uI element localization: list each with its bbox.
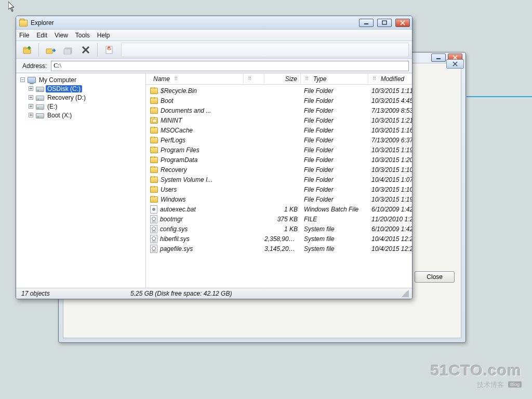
tree-root-label[interactable]: My Computer <box>37 76 78 84</box>
bg-minimize-button[interactable] <box>431 54 446 62</box>
file-name: hiberfil.sys <box>160 235 190 243</box>
file-modified: 10/3/2015 1:10 AM <box>368 166 412 174</box>
floating-close-button[interactable] <box>446 59 464 69</box>
tree-item[interactable]: OSDisk (C:) <box>17 84 144 93</box>
folder-icon <box>150 196 158 203</box>
tree-item-label[interactable]: (E:) <box>46 103 59 110</box>
tree-item-label[interactable]: Recovery (D:) <box>46 94 87 101</box>
list-item[interactable]: Program FilesFile Folder10/3/2015 1:19 A… <box>150 145 412 155</box>
explorer-window: Explorer File Edit View Tools Help <box>16 16 413 299</box>
folder-icon <box>150 108 158 114</box>
file-type: Windows Batch File <box>301 206 368 213</box>
address-input[interactable] <box>51 61 409 71</box>
file-name: config.sys <box>160 225 188 233</box>
properties-icon <box>104 45 114 55</box>
file-name: Boot <box>161 97 174 104</box>
header-type[interactable]: ⠿ Type <box>301 73 368 84</box>
list-item[interactable]: ProgramDataFile Folder10/3/2015 1:20 AM <box>150 155 412 165</box>
list-item[interactable]: autoexec.bat1 KBWindows Batch File6/10/2… <box>150 204 412 214</box>
minimize-button[interactable] <box>359 19 374 27</box>
file-type: File Folder <box>301 127 368 134</box>
file-name: PerfLogs <box>161 137 185 144</box>
file-modified: 10/4/2015 1:07 AM <box>368 176 412 183</box>
header-modified[interactable]: ⠿ Modified <box>368 73 412 84</box>
menubar: File Edit View Tools Help <box>16 30 412 41</box>
file-list[interactable]: Name ⠿ ⠿ Size ⠿ Type ⠿ Modified $Recycle… <box>146 73 412 288</box>
file-type: File Folder <box>301 156 368 164</box>
tree-view[interactable]: My Computer OSDisk (C:)Recovery (D:)(E:)… <box>16 73 146 288</box>
tree-item[interactable]: Boot (X:) <box>17 111 144 119</box>
file-type: System file <box>301 245 368 252</box>
svg-rect-1 <box>364 23 368 24</box>
file-type: File Folder <box>301 147 368 154</box>
header-name[interactable]: Name ⠿ <box>150 73 244 84</box>
header-size[interactable]: Size <box>264 73 301 84</box>
folder-icon <box>150 98 158 104</box>
list-header: Name ⠿ ⠿ Size ⠿ Type ⠿ Modified <box>146 73 412 85</box>
folder-icon <box>150 157 158 163</box>
system-file-icon <box>150 215 157 223</box>
tree-item[interactable]: Recovery (D:) <box>17 93 144 102</box>
status-bar: 17 objects 5.25 GB (Disk free space: 42.… <box>16 288 412 299</box>
menu-view[interactable]: View <box>55 32 68 39</box>
maximize-button[interactable] <box>377 19 392 27</box>
file-type: File Folder <box>301 97 368 104</box>
tree-expander[interactable] <box>29 104 33 109</box>
tree-item-label[interactable]: Boot (X:) <box>46 112 73 119</box>
file-size: 3,145,208 KB <box>264 245 301 252</box>
tree-expander[interactable] <box>29 113 33 117</box>
toolbar-copy-button[interactable] <box>60 43 76 57</box>
list-item[interactable]: hiberfil.sys2,358,904 KBSystem file10/4/… <box>150 234 412 244</box>
menu-help[interactable]: Help <box>97 32 110 39</box>
list-item[interactable]: pagefile.sys3,145,208 KBSystem file10/4/… <box>150 244 412 254</box>
list-item[interactable]: MININTFile Folder10/3/2015 1:21 AM <box>150 115 412 125</box>
file-size: 2,358,904 KB <box>264 235 301 243</box>
file-modified: 10/3/2015 1:19 AM <box>368 147 412 154</box>
tree-expander[interactable] <box>29 86 33 91</box>
list-item[interactable]: PerfLogsFile Folder7/13/2009 6:37 PM <box>150 135 412 145</box>
tree-expander[interactable] <box>20 77 25 82</box>
drive-icon <box>36 87 44 92</box>
folder-icon <box>19 20 28 26</box>
bat-file-icon <box>150 205 157 214</box>
menu-edit[interactable]: Edit <box>36 32 47 39</box>
list-item[interactable]: Documents and ...File Folder7/13/2009 8:… <box>150 105 412 115</box>
drive-icon <box>36 113 44 118</box>
file-modified: 10/3/2015 1:20 AM <box>368 156 412 164</box>
bg-close-button-main[interactable]: Close <box>415 271 455 283</box>
toolbar-move-button[interactable] <box>43 43 58 57</box>
tree-expander[interactable] <box>29 95 33 100</box>
list-item[interactable]: MSOCacheFile Folder10/3/2015 1:16 AM <box>150 125 412 135</box>
list-item[interactable]: UsersFile Folder10/3/2015 1:10 AM <box>150 184 412 194</box>
menu-file[interactable]: File <box>19 32 29 39</box>
list-item[interactable]: $Recycle.BinFile Folder10/3/2015 1:11 AM <box>150 86 412 96</box>
computer-icon <box>28 77 36 83</box>
tree-item[interactable]: (E:) <box>17 102 144 111</box>
file-type: File Folder <box>301 186 368 193</box>
toolbar-properties-button[interactable] <box>101 43 117 57</box>
close-button[interactable] <box>395 19 410 27</box>
list-item[interactable]: System Volume I...File Folder10/4/2015 1… <box>150 175 412 184</box>
file-type: System file <box>301 225 368 233</box>
list-item[interactable]: config.sys1 KBSystem file6/10/2009 1:42 … <box>150 224 412 234</box>
cursor-arrow-icon <box>8 2 16 12</box>
file-name: MSOCache <box>161 127 193 134</box>
window-title: Explorer <box>31 19 54 26</box>
tree-item-label[interactable]: OSDisk (C:) <box>46 85 82 92</box>
list-item[interactable]: RecoveryFile Folder10/3/2015 1:10 AM <box>150 165 412 175</box>
file-modified: 7/13/2009 8:53 PM <box>368 107 412 114</box>
file-modified: 10/4/2015 12:23 AM <box>368 235 412 243</box>
file-type: File Folder <box>301 176 368 183</box>
toolbar-up-button[interactable] <box>19 43 35 57</box>
resize-grip-icon[interactable] <box>402 290 409 297</box>
toolbar-delete-button[interactable] <box>78 43 94 57</box>
file-modified: 10/3/2015 1:10 AM <box>368 186 412 193</box>
file-modified: 10/3/2015 1:11 AM <box>368 87 412 95</box>
list-item[interactable]: bootmgr375 KBFILE11/20/2010 1:29 PM <box>150 214 412 224</box>
list-item[interactable]: WindowsFile Folder10/3/2015 1:19 AM <box>150 194 412 204</box>
list-item[interactable]: BootFile Folder10/3/2015 4:45 PM <box>150 96 412 105</box>
menu-tools[interactable]: Tools <box>75 32 90 39</box>
header-gap[interactable]: ⠿ <box>244 73 264 84</box>
folder-icon <box>150 177 158 183</box>
titlebar[interactable]: Explorer <box>16 16 412 30</box>
